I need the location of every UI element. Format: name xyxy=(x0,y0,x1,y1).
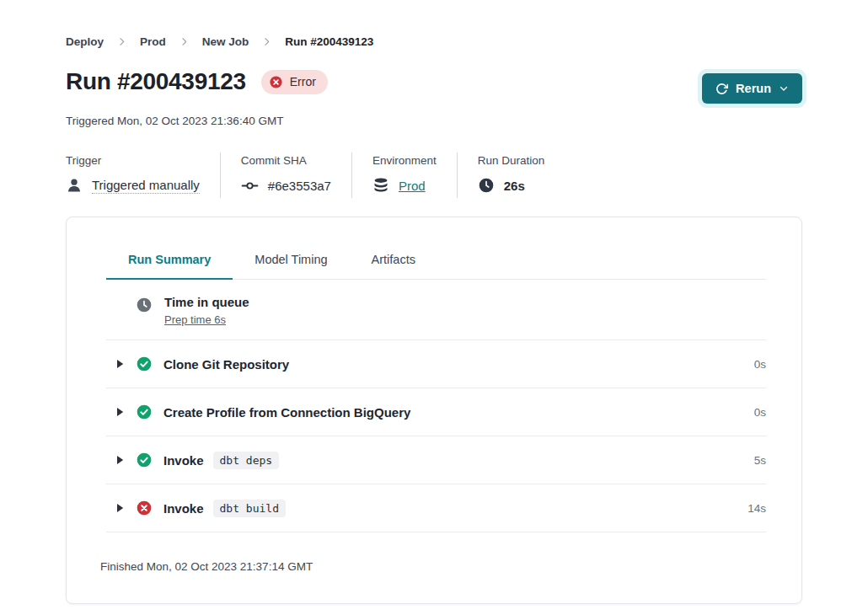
success-check-icon xyxy=(136,404,153,420)
commit-icon xyxy=(241,177,259,195)
tab-model-timing[interactable]: Model Timing xyxy=(233,253,349,279)
expand-arrow-icon[interactable] xyxy=(116,455,125,465)
meta-commit-sha: Commit SHA #6e3553a7 xyxy=(220,152,351,198)
tab-run-summary[interactable]: Run Summary xyxy=(106,253,233,280)
rerun-button-label: Rerun xyxy=(736,82,771,95)
step-row-dbt-build[interactable]: Invoke dbt build 14s xyxy=(106,484,766,532)
meta-trigger-label: Trigger xyxy=(66,154,200,167)
rerun-button[interactable]: Rerun xyxy=(702,73,802,104)
chevron-down-icon xyxy=(779,83,789,94)
environment-link[interactable]: Prod xyxy=(399,179,426,193)
status-badge-label: Error xyxy=(290,75,316,88)
queue-title: Time in queue xyxy=(164,295,249,309)
triggered-timestamp: Triggered Mon, 02 Oct 2023 21:36:40 GMT xyxy=(66,115,802,127)
run-detail-page: Deploy Prod New Job Run #200439123 Run #… xyxy=(0,0,868,615)
commit-sha-value: #6e3553a7 xyxy=(268,179,331,193)
chevron-right-icon xyxy=(261,36,272,47)
step-name: Create Profile from Connection BigQuery xyxy=(163,405,410,420)
run-summary-card: Run Summary Model Timing Artifacts Time … xyxy=(66,217,802,604)
run-meta-row: Trigger Triggered manually Commit SHA #6… xyxy=(66,152,802,198)
prep-time-link[interactable]: Prep time 6s xyxy=(164,313,249,326)
chevron-right-icon xyxy=(179,36,190,47)
refresh-icon xyxy=(715,83,728,95)
meta-environment-label: Environment xyxy=(372,154,437,167)
step-row-dbt-deps[interactable]: Invoke dbt deps 5s xyxy=(106,436,766,484)
trigger-value[interactable]: Triggered manually xyxy=(92,178,200,194)
chevron-right-icon xyxy=(116,36,127,47)
database-icon xyxy=(372,177,389,194)
step-duration: 14s xyxy=(747,502,766,515)
error-circle-icon xyxy=(269,75,283,89)
run-duration-value: 26s xyxy=(504,179,525,193)
breadcrumb-prod[interactable]: Prod xyxy=(140,35,166,48)
step-name: Invoke xyxy=(163,453,204,468)
step-row-clone-git[interactable]: Clone Git Repository 0s xyxy=(106,340,766,388)
clock-icon xyxy=(478,177,495,194)
finished-timestamp: Finished Mon, 02 Oct 2023 21:37:14 GMT xyxy=(100,532,766,585)
expand-arrow-icon[interactable] xyxy=(116,359,125,369)
expand-arrow-icon[interactable] xyxy=(116,503,125,513)
tab-bar: Run Summary Model Timing Artifacts xyxy=(106,253,766,280)
tab-artifacts[interactable]: Artifacts xyxy=(350,253,437,279)
breadcrumb-current-run: Run #200439123 xyxy=(285,35,373,48)
clock-icon xyxy=(136,297,153,313)
status-badge: Error xyxy=(261,70,328,94)
meta-environment: Environment Prod xyxy=(351,152,457,198)
meta-trigger: Trigger Triggered manually xyxy=(66,152,220,198)
breadcrumb-new-job[interactable]: New Job xyxy=(202,35,249,48)
command-chip: dbt deps xyxy=(213,452,280,469)
success-check-icon xyxy=(136,356,153,372)
page-header: Run #200439123 Error Rerun xyxy=(66,68,802,104)
command-chip: dbt build xyxy=(213,500,286,517)
step-name: Clone Git Repository xyxy=(163,357,289,372)
step-row-create-profile[interactable]: Create Profile from Connection BigQuery … xyxy=(106,388,766,436)
success-check-icon xyxy=(136,452,153,468)
step-duration: 0s xyxy=(754,406,766,419)
step-duration: 5s xyxy=(754,454,766,467)
meta-run-duration: Run Duration 26s xyxy=(457,152,565,198)
error-circle-icon xyxy=(136,500,153,516)
breadcrumb: Deploy Prod New Job Run #200439123 xyxy=(66,35,802,48)
step-name: Invoke xyxy=(163,501,204,516)
page-title: Run #200439123 xyxy=(66,68,246,95)
user-icon xyxy=(66,177,83,194)
breadcrumb-deploy[interactable]: Deploy xyxy=(66,35,104,48)
step-duration: 0s xyxy=(754,358,766,371)
expand-arrow-icon[interactable] xyxy=(116,407,125,417)
time-in-queue-row: Time in queue Prep time 6s xyxy=(106,280,766,340)
meta-duration-label: Run Duration xyxy=(478,154,545,167)
meta-commit-label: Commit SHA xyxy=(241,154,331,167)
